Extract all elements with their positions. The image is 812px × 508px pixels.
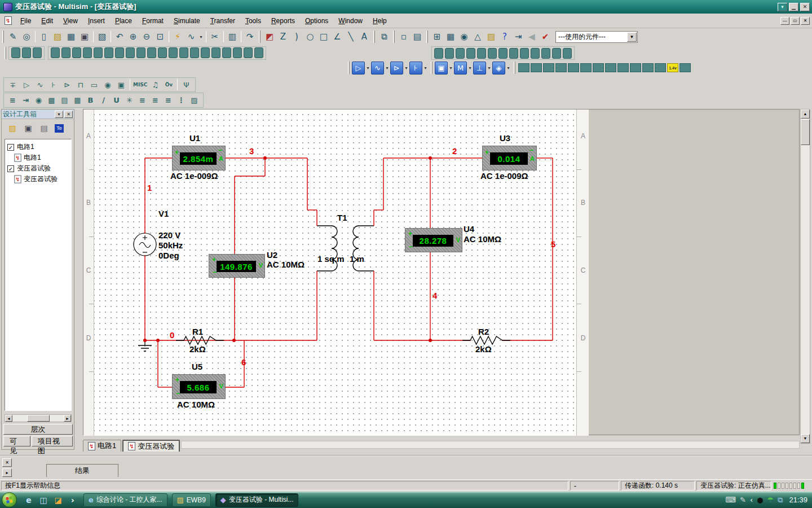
place-diode-button[interactable]: ▷ <box>20 78 33 91</box>
placeholder-icon[interactable] <box>445 48 454 59</box>
menu-insert[interactable]: Insert <box>83 15 110 27</box>
symbol-editor-button[interactable]: △ <box>471 30 484 43</box>
scroll-up-icon[interactable]: ▲ <box>801 110 810 119</box>
place-transistor-button[interactable]: ⊦ <box>47 78 60 91</box>
menu-help[interactable]: Help <box>368 15 392 27</box>
placeholder-icon[interactable] <box>222 47 231 58</box>
scroll-down-icon[interactable]: ▼ <box>801 434 810 443</box>
signal-source-family-button[interactable]: ◈ <box>492 62 505 75</box>
sheet-tab-电路1[interactable]: 电路1 <box>83 440 121 452</box>
text-italic-button[interactable]: ∕ <box>97 94 110 107</box>
results-close-icon[interactable]: ✕ <box>2 458 12 467</box>
toolbar-grip[interactable] <box>373 30 375 43</box>
vscroll-thumb[interactable] <box>801 119 810 145</box>
scroll-right-icon[interactable]: ► <box>64 415 71 422</box>
zoom-tool-button[interactable]: ◎ <box>20 30 33 43</box>
spreadsheet-button[interactable]: ▦ <box>444 30 457 43</box>
align-center-button[interactable]: ≡ <box>149 94 162 107</box>
copy-button[interactable]: ▥ <box>226 30 239 43</box>
wattmeter-icon[interactable] <box>543 63 554 72</box>
canvas-vscrollbar[interactable]: ▲ ▼ <box>800 109 810 444</box>
placeholder-icon[interactable] <box>211 47 220 58</box>
measurement-probe-icon[interactable]: 1.4v <box>667 63 678 72</box>
place-source-button[interactable]: ∓ <box>6 78 20 91</box>
bullet-list-button[interactable]: ⋮ <box>175 94 188 107</box>
place-hierarchical-button[interactable]: ▣ <box>114 78 128 91</box>
meter-U2[interactable]: 149.876+−V <box>209 254 265 278</box>
placeholder-icon[interactable] <box>179 47 188 58</box>
graphic-picture-button[interactable]: ▩ <box>45 94 58 107</box>
place-rf-button[interactable]: Ψ <box>179 78 193 91</box>
toolbar-grip[interactable] <box>5 47 6 59</box>
tree-item[interactable]: ✓变压器试验 <box>6 163 70 174</box>
iv-analyzer-icon[interactable] <box>642 63 654 72</box>
place-analog-button[interactable]: ⊳ <box>60 78 74 91</box>
menu-transfer[interactable]: Transfer <box>205 15 240 27</box>
task-button[interactable]: ◆变压器试验 - Multisi... <box>215 493 299 507</box>
mdi-minimize-icon[interactable]: — <box>780 17 789 25</box>
ic-family-dropdown-icon[interactable]: ▾ <box>448 61 454 75</box>
placeholder-icon[interactable] <box>488 48 497 59</box>
placeholder-icon[interactable] <box>434 48 443 59</box>
toolbar-grip[interactable] <box>348 62 350 74</box>
placeholder-icon[interactable] <box>72 47 81 58</box>
place-text-button[interactable]: A <box>358 30 371 43</box>
placeholder-icon[interactable] <box>541 48 550 59</box>
open-file-button[interactable]: ▨ <box>51 30 64 43</box>
misc-digital-family-button[interactable]: M <box>454 62 467 75</box>
tree-item[interactable]: 电路1 <box>6 152 70 163</box>
zoom-out-button[interactable]: ⊖ <box>140 30 153 43</box>
tree-item[interactable]: ✓电路1 <box>6 142 70 152</box>
place-basic-button[interactable]: ∿ <box>33 78 47 91</box>
oscilloscope-icon[interactable] <box>555 63 567 72</box>
scroll-left-icon[interactable]: ◄ <box>5 415 12 422</box>
place-electromech-button[interactable]: ◉ <box>101 78 114 91</box>
folder-orange-icon[interactable]: ◪ <box>53 495 63 505</box>
scroll-thumb[interactable] <box>27 415 50 422</box>
toolbox-hscrollbar[interactable]: ◄ ► <box>5 414 72 422</box>
design-toolbox-header[interactable]: 设计工具箱 ▾✕ <box>2 110 74 119</box>
align-left-button[interactable]: ≡ <box>136 94 149 107</box>
menu-options[interactable]: Options <box>300 15 333 27</box>
placeholder-icon[interactable] <box>11 47 20 58</box>
place-arc-button[interactable]: ) <box>290 30 303 43</box>
frequency-counter-icon[interactable] <box>593 63 604 72</box>
cut-button[interactable]: ✂ <box>208 30 222 43</box>
toolbar-grip[interactable] <box>431 62 433 74</box>
four-channel-oscilloscope-icon[interactable] <box>568 63 579 72</box>
place-polygon-button[interactable]: Z <box>276 30 290 43</box>
menu-place[interactable]: Place <box>110 15 137 27</box>
place-line-button[interactable]: ╲ <box>344 30 358 43</box>
bode-plotter-icon[interactable] <box>580 63 592 72</box>
canvas-hscrollbar[interactable] <box>181 441 800 449</box>
signal-source-family-dropdown-icon[interactable]: ▾ <box>505 61 511 75</box>
save-button[interactable]: ▣ <box>78 30 91 43</box>
pen-icon[interactable]: ✎ <box>740 496 746 504</box>
menu-reports[interactable]: Reports <box>266 15 300 27</box>
transistor-family-button[interactable]: ⊦ <box>409 62 422 75</box>
run-simulation-button[interactable]: ⚡ <box>171 30 184 43</box>
sheet-tab-变压器试验[interactable]: 变压器试验 <box>122 440 180 452</box>
place-audio-button[interactable]: ♫ <box>148 78 162 91</box>
in-use-pointer-button[interactable]: ✎ <box>6 30 20 43</box>
placeholder-icon[interactable] <box>169 47 178 58</box>
placeholder-icon[interactable] <box>520 48 529 59</box>
erc-check-button[interactable]: ✔ <box>539 30 552 43</box>
place-mixed-button[interactable]: Öv <box>162 78 175 91</box>
toolbox-tab-项目视图[interactable]: 项目视图 <box>32 436 73 446</box>
basic-family-button[interactable]: ∿ <box>371 62 384 75</box>
help-button[interactable]: ? <box>498 30 511 43</box>
source-family-button[interactable]: ▷ <box>352 62 365 75</box>
placeholder-icon[interactable] <box>61 47 70 58</box>
logic-analyzer-icon[interactable] <box>617 63 629 72</box>
placeholder-icon[interactable] <box>456 48 465 59</box>
mdi-document-icon[interactable] <box>5 16 12 25</box>
graphic-lines-button[interactable]: ≡ <box>6 94 19 107</box>
placeholder-icon[interactable] <box>104 47 113 58</box>
diode-family-button[interactable]: ⊳ <box>390 62 403 75</box>
toolbar-grip[interactable] <box>259 30 261 43</box>
in-use-list-combo[interactable]: ---使用的元件--- ▼ <box>555 31 638 43</box>
placeholder-icon[interactable] <box>254 47 263 58</box>
place-rectangle-button[interactable]: □ <box>317 30 330 43</box>
placeholder-icon[interactable] <box>190 47 199 58</box>
